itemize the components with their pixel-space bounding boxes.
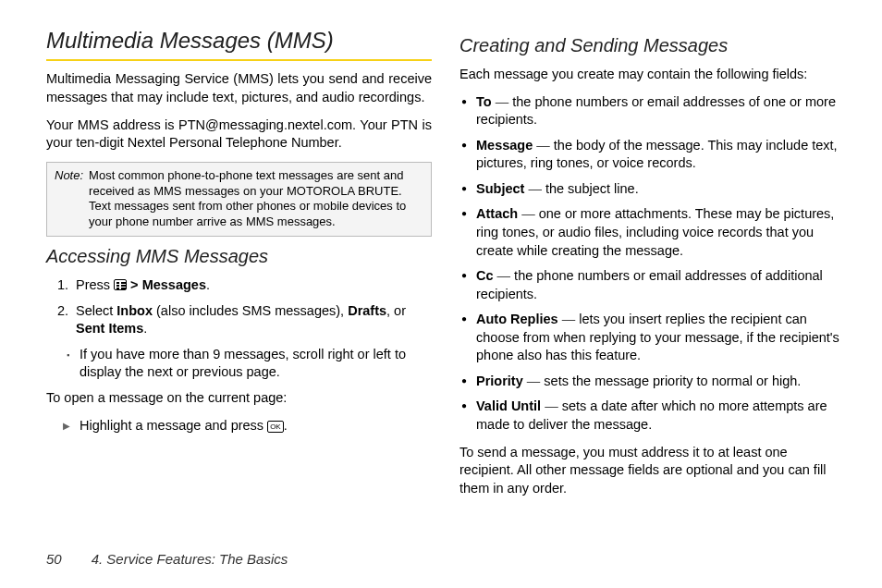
field-text: the phone numbers or email addresses of … [476, 94, 836, 128]
field-label: Message [476, 138, 533, 153]
field-valid-until: Valid Until — sets a date after which no… [459, 398, 845, 434]
left-column: Multimedia Messages (MMS) Multimedia Mes… [46, 26, 432, 539]
field-label: To [476, 94, 492, 109]
dash-icon: — [497, 268, 511, 283]
dash-icon: — [496, 94, 509, 109]
section-heading-mms: Multimedia Messages (MMS) [46, 26, 432, 55]
arrow-text-a: Highlight a message and press [80, 418, 267, 433]
subheading-accessing: Accessing MMS Messages [46, 244, 432, 269]
ok-icon: OK [267, 421, 284, 433]
dash-icon: — [527, 374, 541, 388]
right-column: Creating and Sending Messages Each messa… [459, 26, 845, 539]
send-outro: To send a message, you must address it t… [459, 444, 845, 498]
step-1-text-d: . [206, 277, 210, 292]
field-to: To — the phone numbers or email addresse… [459, 93, 845, 129]
step-2-inbox-label: Inbox [116, 303, 153, 318]
step-1: Press > Messages. [57, 276, 432, 295]
step-1-messages-label: Messages [142, 277, 206, 292]
page-number: 50 [46, 550, 62, 569]
field-label: Priority [476, 374, 523, 388]
arrow-bullet-highlight: Highlight a message and press OK. [46, 417, 432, 435]
field-priority: Priority — sets the message priority to … [459, 373, 845, 391]
step-2-sent-label: Sent Items [76, 321, 143, 336]
field-cc: Cc — the phone numbers or email addresse… [459, 267, 845, 303]
mms-address-paragraph: Your MMS address is PTN@messaging.nextel… [46, 116, 432, 153]
field-label: Subject [476, 181, 524, 196]
dash-icon: — [545, 398, 558, 413]
step-2: Select Inbox (also includes SMS messages… [57, 302, 432, 338]
steps-list: Press > Messages. Select Inbox (also inc… [57, 276, 432, 338]
note-box: Note: Most common phone-to-phone text me… [46, 162, 432, 238]
sub-bullet-pagination: If you have more than 9 messages, scroll… [46, 346, 432, 382]
step-2-text-c: (also includes SMS messages), [153, 303, 348, 318]
open-message-intro: To open a message on the current page: [46, 389, 432, 408]
dash-icon: — [528, 181, 542, 196]
fields-intro: Each message you create may contain the … [459, 66, 845, 84]
field-text: sets the message priority to normal or h… [544, 374, 801, 388]
mms-intro-paragraph: Multimedia Messaging Service (MMS) lets … [46, 70, 432, 106]
field-message: Message — the body of the message. This … [459, 137, 845, 173]
field-auto-replies: Auto Replies — lets you insert replies t… [459, 311, 845, 365]
subheading-creating: Creating and Sending Messages [459, 33, 845, 58]
field-label: Attach [476, 206, 518, 221]
heading-rule [46, 59, 432, 61]
field-label: Valid Until [476, 398, 541, 413]
note-label: Note: [55, 168, 83, 231]
dash-icon: — [536, 138, 550, 153]
step-2-text-g: . [143, 321, 147, 336]
step-2-text-e: , or [386, 303, 406, 318]
field-label: Auto Replies [476, 312, 558, 326]
step-2-drafts-label: Drafts [348, 303, 386, 318]
field-text: the subject line. [545, 181, 639, 196]
step-1-text-a: Press [76, 277, 114, 292]
page-footer: 50 4. Service Features: The Basics [46, 550, 845, 569]
dash-icon: — [562, 312, 576, 326]
field-text: the phone numbers or email addresses of … [476, 268, 823, 301]
chapter-title: 4. Service Features: The Basics [92, 550, 288, 569]
dash-icon: — [521, 206, 535, 221]
page-columns: Multimedia Messages (MMS) Multimedia Mes… [46, 26, 845, 539]
fields-list: To — the phone numbers or email addresse… [459, 93, 845, 435]
step-1-text-b: > [127, 277, 142, 292]
field-subject: Subject — the subject line. [459, 180, 845, 199]
step-2-text-a: Select [76, 303, 116, 318]
note-text: Most common phone-to-phone text messages… [89, 168, 423, 231]
arrow-text-b: . [284, 418, 288, 433]
menu-icon [114, 279, 127, 290]
field-attach: Attach — one or more attachments. These … [459, 205, 845, 260]
field-label: Cc [476, 268, 494, 283]
